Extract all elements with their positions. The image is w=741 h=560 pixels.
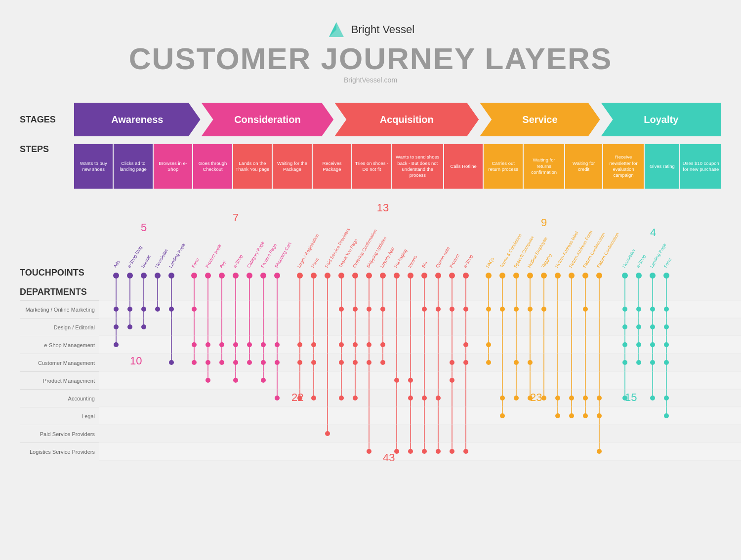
svg-text:Loyalty App: Loyalty App (379, 246, 395, 269)
svg-point-195 (583, 413, 588, 418)
svg-point-70 (275, 396, 280, 400)
svg-text:e-Shop: e-Shop (635, 254, 647, 269)
svg-point-204 (622, 273, 628, 279)
svg-point-103 (366, 273, 372, 279)
svg-point-177 (541, 273, 547, 279)
step-3: Goes through Checkout (193, 144, 232, 189)
dept-label-1: Design / Editorial (20, 318, 99, 336)
svg-point-97 (353, 307, 358, 312)
svg-point-8 (113, 273, 119, 279)
svg-rect-4 (99, 371, 741, 389)
svg-point-69 (275, 360, 280, 365)
svg-point-161 (500, 396, 505, 400)
svg-point-89 (338, 273, 344, 279)
svg-point-45 (219, 273, 225, 279)
svg-point-127 (421, 273, 427, 279)
svg-text:Queen note: Queen note (435, 246, 451, 269)
dept-label-2: e-Shop Management (20, 336, 99, 354)
svg-text:Newsletter: Newsletter (621, 248, 636, 269)
svg-point-105 (367, 342, 371, 347)
step-7: Tries on shoes - Do not fit (352, 144, 391, 189)
logo-area: Bright Vessel (20, 20, 721, 40)
svg-point-57 (247, 342, 252, 347)
svg-point-130 (422, 449, 427, 454)
svg-point-200 (597, 413, 602, 418)
svg-point-46 (219, 342, 224, 347)
stage-service: Service (480, 103, 600, 136)
svg-point-25 (155, 307, 160, 312)
svg-point-134 (436, 307, 441, 312)
svg-point-162 (500, 413, 505, 418)
svg-text:Form: Form (191, 257, 200, 269)
stage-loyalty: Loyalty (601, 103, 721, 136)
step-8: Wants to send shoes back - But does not … (392, 144, 443, 189)
svg-point-205 (622, 307, 627, 312)
svg-point-187 (569, 273, 575, 279)
svg-point-182 (555, 273, 561, 279)
page-subtitle: BrightVessel.com (20, 76, 721, 84)
svg-point-215 (636, 342, 641, 347)
svg-point-208 (622, 360, 627, 365)
steps-row: Wants to buy new shoes Clicks ad to land… (74, 144, 721, 189)
svg-text:App: App (218, 259, 227, 269)
svg-point-146 (463, 273, 469, 279)
svg-point-184 (555, 413, 560, 418)
svg-text:5: 5 (141, 221, 147, 234)
svg-point-100 (353, 396, 358, 400)
svg-text:Newsletter: Newsletter (154, 248, 169, 269)
svg-point-91 (339, 342, 344, 347)
svg-point-124 (408, 449, 413, 454)
svg-point-214 (636, 324, 641, 329)
svg-point-56 (247, 273, 252, 279)
svg-point-50 (233, 273, 239, 279)
svg-point-189 (569, 413, 574, 418)
svg-point-172 (528, 307, 533, 312)
svg-point-206 (622, 324, 627, 329)
svg-point-232 (664, 396, 669, 400)
svg-point-96 (352, 273, 358, 279)
step-6: Receives Package (313, 144, 351, 189)
svg-point-81 (311, 360, 316, 365)
stage-consideration: Consideration (202, 103, 334, 136)
chart-area: Adse-Shop BlogBannerNewsletterLanding Pa… (99, 197, 741, 475)
svg-point-219 (650, 273, 656, 279)
stages-section: STAGES Awareness Consideration Acquisiti… (20, 103, 721, 136)
svg-text:13: 13 (377, 201, 389, 214)
svg-text:7: 7 (233, 211, 239, 224)
svg-text:Product: Product (449, 253, 460, 269)
svg-point-154 (486, 307, 491, 312)
svg-point-147 (463, 307, 468, 312)
step-0: Wants to buy new shoes (74, 144, 113, 189)
svg-point-52 (233, 360, 238, 365)
svg-point-193 (583, 307, 588, 312)
svg-point-112 (380, 342, 385, 347)
svg-point-123 (408, 396, 413, 400)
svg-point-15 (127, 307, 132, 312)
svg-point-47 (219, 360, 224, 365)
step-5: Waiting for the Package (273, 144, 311, 189)
svg-point-53 (233, 378, 238, 383)
svg-point-183 (555, 396, 560, 400)
svg-point-75 (297, 360, 302, 365)
svg-point-16 (127, 324, 132, 329)
svg-point-93 (339, 396, 344, 400)
svg-point-117 (394, 378, 399, 383)
stages-label: STAGES (20, 115, 74, 125)
svg-point-110 (380, 273, 386, 279)
svg-text:Ads: Ads (113, 259, 121, 269)
stage-acquisition: Acquisition (334, 103, 479, 136)
svg-point-141 (450, 360, 454, 365)
svg-point-24 (155, 273, 161, 279)
svg-text:9: 9 (541, 216, 547, 229)
svg-point-85 (325, 273, 330, 279)
svg-point-86 (325, 431, 330, 436)
svg-point-194 (583, 396, 588, 400)
svg-point-92 (339, 360, 344, 365)
svg-point-133 (435, 273, 441, 279)
svg-point-30 (169, 360, 174, 365)
svg-text:Ordering Confirmation: Ordering Confirmation (352, 228, 378, 269)
svg-point-153 (486, 273, 492, 279)
svg-point-11 (114, 342, 119, 347)
svg-point-156 (486, 360, 491, 365)
page-title: CUSTOMER JOURNEY LAYERS (20, 43, 721, 74)
